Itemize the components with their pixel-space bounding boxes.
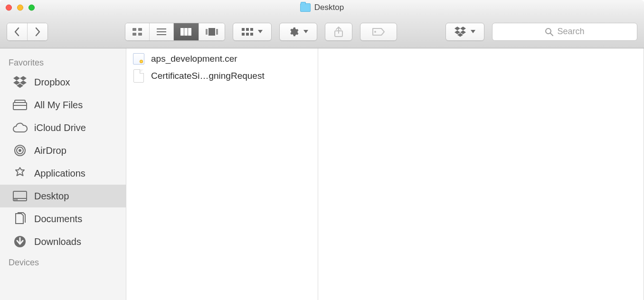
svg-rect-32	[16, 199, 18, 200]
sidebar-item-label: iCloud Drive	[34, 122, 86, 133]
sidebar-item-label: All My Files	[34, 100, 83, 111]
sidebar-item-all-my-files[interactable]: All My Files	[0, 94, 126, 116]
search-field[interactable]: Search	[492, 23, 637, 41]
share-button[interactable]	[325, 23, 352, 41]
chevron-left-icon	[14, 27, 20, 37]
tag-icon	[372, 28, 385, 36]
sidebar-section-favorites: Favorites	[0, 53, 126, 71]
finder-body: Favorites Dropbox All My Files iCloud Dr…	[0, 48, 644, 300]
coverflow-view-button[interactable]	[199, 23, 225, 40]
svg-rect-11	[208, 28, 215, 36]
window-title-text: Desktop	[314, 3, 344, 12]
icon-view-icon	[132, 28, 142, 36]
nav-segment	[7, 23, 48, 41]
action-button[interactable]	[279, 23, 317, 41]
sidebar-item-label: Downloads	[34, 236, 81, 247]
svg-rect-13	[242, 28, 245, 31]
svg-rect-2	[133, 33, 136, 36]
window-minimize-button[interactable]	[17, 5, 23, 11]
downloads-icon	[12, 235, 28, 248]
svg-rect-3	[138, 33, 142, 36]
dropbox-icon	[455, 27, 466, 37]
svg-rect-14	[246, 28, 249, 31]
search-icon	[545, 28, 553, 36]
chevron-down-icon	[258, 30, 263, 33]
dropbox-action-button[interactable]	[445, 23, 484, 41]
allmyfiles-icon	[12, 98, 28, 112]
svg-rect-24	[13, 103, 27, 110]
sidebar-item-dropbox[interactable]: Dropbox	[0, 71, 126, 94]
sidebar-item-label: Applications	[34, 168, 85, 179]
folder-icon	[300, 3, 311, 12]
icon-view-button[interactable]	[125, 23, 150, 40]
gear-icon	[288, 27, 299, 37]
file-row[interactable]: CertificateSi…gningRequest	[126, 67, 318, 84]
sidebar-item-airdrop[interactable]: AirDrop	[0, 139, 126, 162]
svg-line-23	[550, 33, 553, 36]
svg-rect-7	[180, 28, 184, 36]
desktop-icon	[12, 189, 28, 203]
sidebar-item-documents[interactable]: Documents	[0, 207, 126, 230]
airdrop-icon	[12, 144, 28, 157]
svg-rect-17	[246, 33, 249, 36]
chevron-down-icon	[471, 30, 475, 33]
traffic-lights	[0, 5, 35, 11]
chevron-down-icon	[303, 30, 308, 33]
svg-rect-1	[138, 28, 142, 31]
icloud-icon	[12, 121, 28, 134]
list-view-button[interactable]	[150, 23, 174, 40]
view-segment	[125, 23, 225, 41]
sidebar: Favorites Dropbox All My Files iCloud Dr…	[0, 48, 126, 300]
svg-rect-31	[14, 199, 16, 200]
svg-rect-16	[242, 33, 245, 36]
svg-rect-9	[188, 28, 191, 36]
share-icon	[334, 26, 343, 38]
svg-rect-10	[206, 29, 208, 35]
documents-icon	[12, 212, 28, 225]
sidebar-item-label: Desktop	[34, 191, 69, 202]
coverflow-view-icon	[206, 28, 218, 36]
file-name: CertificateSi…gningRequest	[151, 71, 265, 81]
sidebar-item-downloads[interactable]: Downloads	[0, 230, 126, 253]
window-title: Desktop	[300, 3, 344, 12]
arrange-button[interactable]	[233, 23, 272, 41]
svg-point-26	[19, 149, 21, 152]
column-view-icon	[180, 28, 192, 36]
file-column[interactable]: aps_development.cer CertificateSi…gningR…	[126, 48, 318, 300]
sidebar-section-devices: Devices	[0, 253, 126, 271]
svg-point-21	[374, 31, 376, 33]
svg-rect-0	[133, 28, 136, 31]
dropbox-icon	[12, 75, 28, 89]
svg-rect-15	[250, 28, 253, 31]
preview-column	[318, 48, 644, 300]
toolbar: Search	[0, 15, 644, 48]
list-view-icon	[156, 28, 167, 36]
arrange-icon	[242, 28, 253, 36]
forward-button[interactable]	[28, 23, 47, 40]
title-bar: Desktop	[0, 0, 644, 15]
window-zoom-button[interactable]	[28, 5, 35, 11]
sidebar-item-label: AirDrop	[34, 145, 66, 156]
file-name: aps_development.cer	[151, 54, 237, 64]
window-close-button[interactable]	[6, 5, 12, 11]
svg-rect-12	[216, 29, 218, 35]
back-button[interactable]	[7, 23, 28, 40]
svg-rect-8	[184, 28, 188, 36]
search-placeholder: Search	[557, 27, 584, 37]
chevron-right-icon	[34, 27, 41, 37]
generic-file-icon	[132, 69, 145, 83]
sidebar-item-applications[interactable]: Applications	[0, 162, 126, 185]
sidebar-item-desktop[interactable]: Desktop	[0, 185, 126, 207]
column-view-button[interactable]	[174, 23, 199, 40]
sidebar-item-icloud-drive[interactable]: iCloud Drive	[0, 116, 126, 139]
file-row[interactable]: aps_development.cer	[126, 50, 318, 67]
applications-icon	[12, 167, 28, 180]
sidebar-item-label: Documents	[34, 214, 82, 225]
certificate-file-icon	[132, 52, 145, 66]
svg-rect-18	[250, 33, 253, 36]
tags-button[interactable]	[360, 23, 397, 41]
sidebar-item-label: Dropbox	[34, 77, 70, 88]
